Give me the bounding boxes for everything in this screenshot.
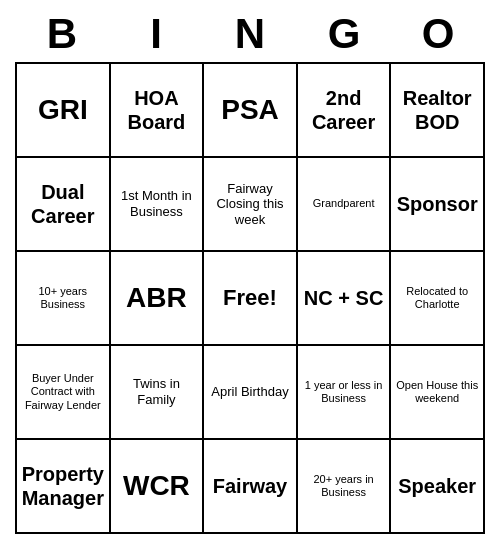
cell-4-3: 20+ years in Business — [298, 440, 392, 534]
cell-3-1: Twins in Family — [111, 346, 205, 440]
cell-4-2: Fairway — [204, 440, 298, 534]
title-b: B — [18, 10, 106, 58]
title-n: N — [206, 10, 294, 58]
title-i: I — [112, 10, 200, 58]
cell-2-3: NC + SC — [298, 252, 392, 346]
cell-0-4: Realtor BOD — [391, 64, 485, 158]
cell-2-2: Free! — [204, 252, 298, 346]
cell-2-1: ABR — [111, 252, 205, 346]
cell-1-3: Grandparent — [298, 158, 392, 252]
cell-3-3: 1 year or less in Business — [298, 346, 392, 440]
title-o: O — [394, 10, 482, 58]
cell-0-0: GRI — [17, 64, 111, 158]
cell-3-4: Open House this weekend — [391, 346, 485, 440]
cell-1-4: Sponsor — [391, 158, 485, 252]
cell-1-1: 1st Month in Business — [111, 158, 205, 252]
cell-3-0: Buyer Under Contract with Fairway Lender — [17, 346, 111, 440]
cell-2-4: Relocated to Charlotte — [391, 252, 485, 346]
cell-3-2: April Birthday — [204, 346, 298, 440]
title-g: G — [300, 10, 388, 58]
cell-1-2: Fairway Closing this week — [204, 158, 298, 252]
cell-2-0: 10+ years Business — [17, 252, 111, 346]
cell-0-2: PSA — [204, 64, 298, 158]
cell-0-1: HOA Board — [111, 64, 205, 158]
cell-4-4: Speaker — [391, 440, 485, 534]
cell-0-3: 2nd Career — [298, 64, 392, 158]
cell-4-1: WCR — [111, 440, 205, 534]
cell-1-0: Dual Career — [17, 158, 111, 252]
cell-4-0: Property Manager — [17, 440, 111, 534]
bingo-grid: GRI HOA Board PSA 2nd Career Realtor BOD… — [15, 62, 485, 534]
bingo-title: B I N G O — [15, 10, 485, 58]
